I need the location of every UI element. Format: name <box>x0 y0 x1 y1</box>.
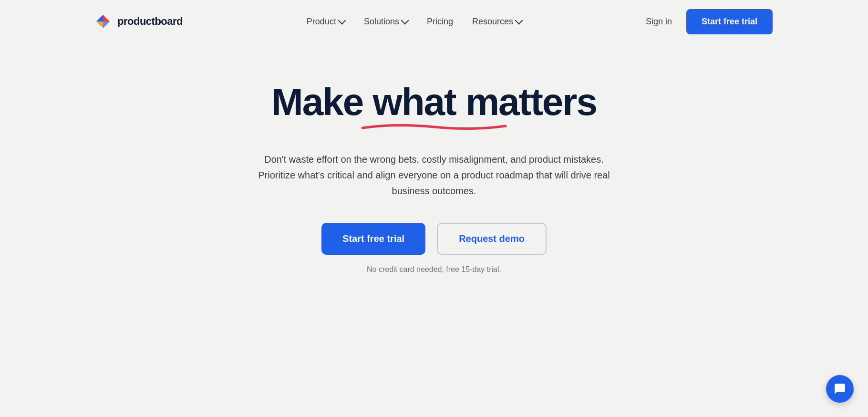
svg-marker-3 <box>103 21 110 28</box>
hero-cta-secondary-button[interactable]: Request demo <box>437 223 547 255</box>
nav-cta-button[interactable]: Start free trial <box>686 9 773 34</box>
nav-product[interactable]: Product <box>307 17 345 27</box>
nav-resources-label: Resources <box>472 17 513 27</box>
nav-solutions[interactable]: Solutions <box>364 17 408 27</box>
nav-pricing-label: Pricing <box>427 17 453 27</box>
nav-solutions-label: Solutions <box>364 17 399 27</box>
underline-decoration <box>358 121 510 132</box>
svg-marker-2 <box>96 21 103 28</box>
chevron-down-icon <box>401 17 409 25</box>
hero-section: Make what matters Don't waste effort on … <box>0 43 868 302</box>
nav-pricing[interactable]: Pricing <box>427 17 453 27</box>
hero-subtitle: Don't waste effort on the wrong bets, co… <box>253 152 615 199</box>
hero-cta-primary-button[interactable]: Start free trial <box>321 223 425 255</box>
nav-links: Product Solutions Pricing Resources <box>307 17 522 27</box>
svg-marker-1 <box>103 15 110 21</box>
chevron-down-icon <box>515 17 523 25</box>
logo-text: productboard <box>117 15 183 28</box>
hero-title: Make what matters <box>271 81 597 123</box>
hero-buttons: Start free trial Request demo <box>321 223 547 255</box>
sign-in-link[interactable]: Sign in <box>646 17 672 27</box>
nav-resources[interactable]: Resources <box>472 17 522 27</box>
logo-link[interactable]: productboard <box>95 13 183 30</box>
navigation: productboard Product Solutions Pricing R… <box>0 0 868 43</box>
nav-product-label: Product <box>307 17 336 27</box>
logo-icon <box>95 13 113 30</box>
hero-note: No credit card needed, free 15-day trial… <box>367 265 501 274</box>
svg-marker-0 <box>96 15 103 21</box>
chat-icon <box>834 383 846 395</box>
nav-right: Sign in Start free trial <box>646 9 773 34</box>
chat-bubble-button[interactable] <box>826 375 854 403</box>
chevron-down-icon <box>338 17 346 25</box>
hero-title-container: Make what matters <box>271 81 597 123</box>
